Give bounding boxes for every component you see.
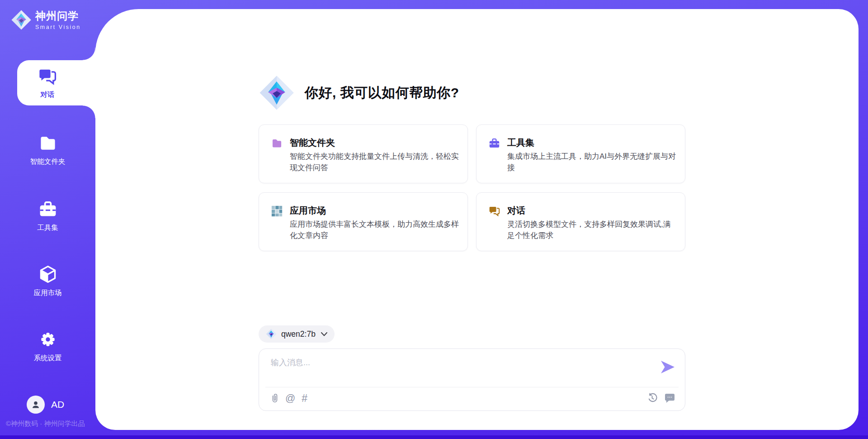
greeting: 你好, 我可以如何帮助你? bbox=[259, 74, 459, 111]
hash-icon: # bbox=[302, 393, 307, 403]
tab-curve-top bbox=[83, 48, 95, 60]
paperclip-icon bbox=[271, 393, 279, 404]
message-square-icon bbox=[665, 393, 675, 403]
avatar bbox=[27, 396, 45, 414]
folder-icon bbox=[38, 133, 58, 153]
chevron-down-icon bbox=[321, 332, 327, 336]
sidebar-item-label: 系统设置 bbox=[0, 353, 95, 363]
card-title: 对话 bbox=[507, 205, 525, 217]
at-icon: @ bbox=[285, 393, 295, 403]
feedback-button[interactable] bbox=[665, 393, 675, 403]
brand-name: 神州问学 bbox=[35, 9, 81, 23]
copyright: ©神州数码 · 神州问学出品 bbox=[6, 420, 85, 428]
attach-file-button[interactable] bbox=[271, 393, 279, 404]
brand: 神州问学 Smart Vision bbox=[11, 9, 81, 30]
feature-cards: 智能文件夹 智能文件夹功能支持批量文件上传与清洗，轻松实现文件问答 工具集 集成… bbox=[259, 124, 685, 251]
cube-icon bbox=[38, 264, 58, 284]
topic-button[interactable]: # bbox=[302, 393, 307, 403]
model-selector[interactable]: qwen2:7b bbox=[259, 325, 335, 343]
message-input[interactable] bbox=[271, 357, 651, 383]
assistant-logo-icon bbox=[259, 74, 295, 111]
window-bottom-edge bbox=[0, 435, 868, 439]
chat-icon bbox=[488, 205, 500, 217]
sidebar: 神州问学 Smart Vision 对话 智能文件夹 工具集 应用市场 系统设置 bbox=[0, 0, 95, 439]
composer-divider bbox=[265, 387, 679, 387]
sidebar-item-label: 对话 bbox=[17, 90, 78, 100]
brand-logo-icon bbox=[11, 10, 32, 30]
history-button[interactable] bbox=[647, 393, 657, 403]
card-title: 应用市场 bbox=[290, 205, 326, 217]
card-description: 集成市场上主流工具，助力AI与外界无缝扩展与对接 bbox=[507, 151, 676, 174]
greeting-title: 你好, 我可以如何帮助你? bbox=[305, 84, 459, 102]
card-description: 智能文件夹功能支持批量文件上传与清洗，轻松实现文件问答 bbox=[290, 151, 459, 174]
folder-icon bbox=[271, 137, 283, 149]
send-button[interactable] bbox=[660, 361, 675, 373]
card-chat[interactable]: 对话 灵活切换多模型文件，支持多样回复效果调试,满足个性化需求 bbox=[476, 192, 685, 251]
card-smart-folder[interactable]: 智能文件夹 智能文件夹功能支持批量文件上传与清洗，轻松实现文件问答 bbox=[259, 124, 468, 183]
toolbox-icon bbox=[38, 199, 58, 219]
sidebar-item-toolset[interactable]: 工具集 bbox=[0, 199, 95, 233]
card-toolset[interactable]: 工具集 集成市场上主流工具，助力AI与外界无缝扩展与对接 bbox=[476, 124, 685, 183]
sidebar-item-folder[interactable]: 智能文件夹 bbox=[0, 133, 95, 167]
model-logo-icon bbox=[266, 329, 277, 339]
history-clock-icon bbox=[647, 393, 657, 403]
sidebar-item-label: 工具集 bbox=[0, 223, 95, 233]
card-app-market[interactable]: 应用市场 应用市场提供丰富长文本模板，助力高效生成多样化文章内容 bbox=[259, 192, 468, 251]
person-icon bbox=[30, 399, 42, 410]
send-icon bbox=[660, 361, 675, 373]
card-description: 灵活切换多模型文件，支持多样回复效果调试,满足个性化需求 bbox=[507, 219, 676, 242]
brand-subtitle: Smart Vision bbox=[35, 24, 81, 30]
sidebar-item-market[interactable]: 应用市场 bbox=[0, 264, 95, 298]
grid-icon bbox=[271, 205, 283, 217]
chat-icon bbox=[38, 67, 57, 86]
card-description: 应用市场提供丰富长文本模板，助力高效生成多样化文章内容 bbox=[290, 219, 459, 242]
gear-icon bbox=[38, 329, 58, 349]
toolbox-icon bbox=[488, 137, 500, 149]
tab-curve-bottom bbox=[83, 105, 95, 118]
card-title: 智能文件夹 bbox=[290, 137, 335, 149]
user-name: AD bbox=[51, 399, 64, 410]
model-name: qwen2:7b bbox=[281, 329, 316, 339]
sidebar-item-chat[interactable]: 对话 bbox=[17, 60, 95, 105]
user-profile[interactable]: AD bbox=[27, 396, 64, 414]
card-title: 工具集 bbox=[507, 137, 534, 149]
mention-button[interactable]: @ bbox=[285, 393, 295, 403]
message-composer: @ # bbox=[259, 348, 685, 411]
sidebar-item-label: 智能文件夹 bbox=[0, 157, 95, 167]
sidebar-item-label: 应用市场 bbox=[0, 288, 95, 298]
sidebar-item-settings[interactable]: 系统设置 bbox=[0, 329, 95, 363]
